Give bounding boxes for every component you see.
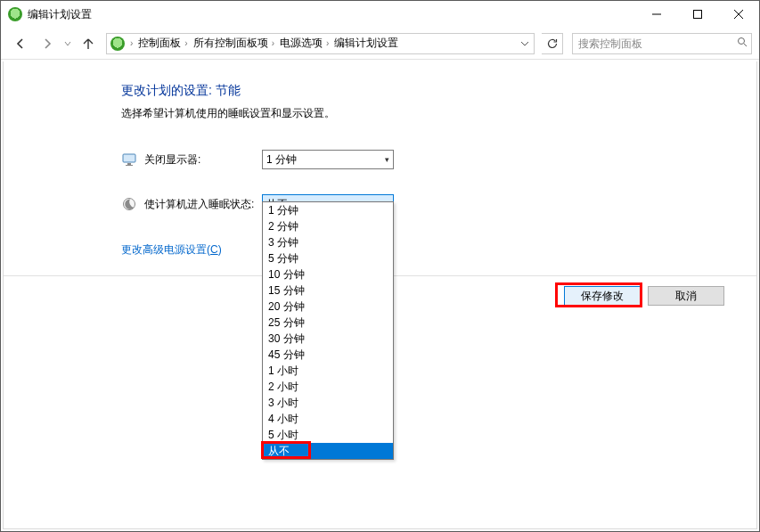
display-off-label: 关闭显示器: (144, 152, 262, 168)
dropdown-option[interactable]: 15 分钟 (263, 282, 393, 299)
up-button[interactable] (76, 31, 101, 56)
dropdown-option[interactable]: 2 小时 (263, 379, 393, 395)
svg-line-5 (744, 44, 747, 46)
page-description: 选择希望计算机使用的睡眠设置和显示设置。 (121, 106, 756, 121)
save-button[interactable]: 保存修改 (564, 286, 641, 306)
moon-icon (121, 196, 137, 212)
sleep-label: 使计算机进入睡眠状态: (144, 197, 262, 212)
display-off-select[interactable]: 1 分钟 ▾ (262, 150, 394, 169)
history-dropdown-button[interactable] (61, 31, 74, 56)
maximize-button[interactable] (677, 1, 718, 28)
breadcrumb-item[interactable]: 电源选项› (280, 36, 331, 51)
monitor-icon (121, 151, 137, 168)
back-button[interactable] (8, 31, 33, 56)
svg-point-4 (739, 38, 745, 45)
search-box[interactable] (572, 33, 752, 54)
close-button[interactable] (718, 1, 759, 28)
page-heading: 更改计划的设置: 节能 (121, 83, 756, 99)
breadcrumb-item[interactable]: 控制面板› (138, 36, 189, 51)
app-icon (8, 7, 22, 21)
refresh-button[interactable] (542, 33, 563, 54)
dropdown-option[interactable]: 10 分钟 (263, 266, 393, 282)
breadcrumb-item[interactable]: 所有控制面板项› (193, 36, 276, 51)
svg-rect-7 (127, 163, 131, 165)
dropdown-option[interactable]: 45 分钟 (263, 347, 393, 363)
dropdown-option[interactable]: 1 小时 (263, 363, 393, 379)
svg-rect-6 (123, 154, 135, 162)
dropdown-option[interactable]: 2 分钟 (263, 218, 393, 234)
svg-rect-1 (694, 11, 702, 19)
dropdown-option[interactable]: 3 分钟 (263, 234, 393, 250)
advanced-power-settings-link[interactable]: 更改高级电源设置(C) (121, 242, 222, 258)
dropdown-option[interactable]: 4 小时 (263, 411, 393, 427)
address-app-icon (110, 37, 125, 51)
cancel-button[interactable]: 取消 (648, 286, 724, 306)
breadcrumb-item[interactable]: 编辑计划设置 (334, 36, 398, 51)
minimize-button[interactable] (636, 1, 677, 28)
dropdown-option[interactable]: 5 小时 (263, 427, 393, 443)
chevron-down-icon: ▾ (385, 155, 389, 164)
dropdown-option[interactable]: 30 分钟 (263, 331, 393, 347)
chevron-right-icon: › (128, 38, 135, 48)
dropdown-option[interactable]: 从不 (263, 443, 393, 459)
address-bar[interactable]: › 控制面板› 所有控制面板项› 电源选项› 编辑计划设置 (106, 33, 535, 54)
search-icon (737, 37, 748, 50)
address-dropdown-button[interactable] (516, 39, 534, 48)
sleep-dropdown-list[interactable]: 1 分钟2 分钟3 分钟5 分钟10 分钟15 分钟20 分钟25 分钟30 分… (262, 201, 394, 460)
dropdown-option[interactable]: 3 小时 (263, 395, 393, 411)
forward-button[interactable] (35, 31, 60, 56)
dropdown-option[interactable]: 1 分钟 (263, 202, 393, 218)
dropdown-option[interactable]: 20 分钟 (263, 299, 393, 315)
display-off-value: 1 分钟 (266, 152, 297, 168)
window-title: 编辑计划设置 (28, 7, 92, 22)
dropdown-option[interactable]: 25 分钟 (263, 315, 393, 331)
dropdown-option[interactable]: 5 分钟 (263, 250, 393, 266)
search-input[interactable] (576, 37, 737, 51)
